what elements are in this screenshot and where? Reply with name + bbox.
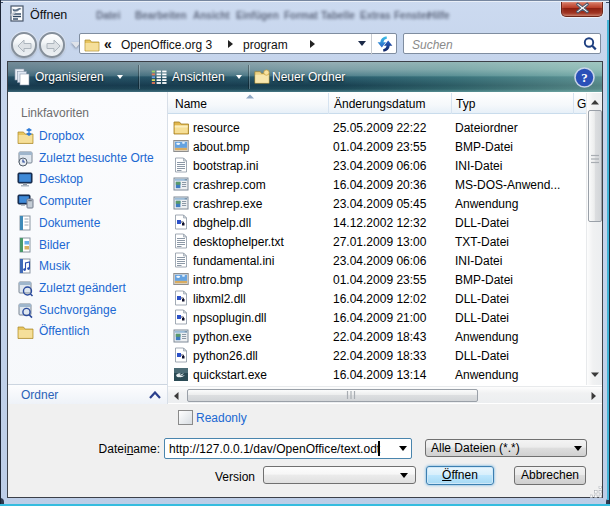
svg-text:?: ? xyxy=(581,70,588,85)
